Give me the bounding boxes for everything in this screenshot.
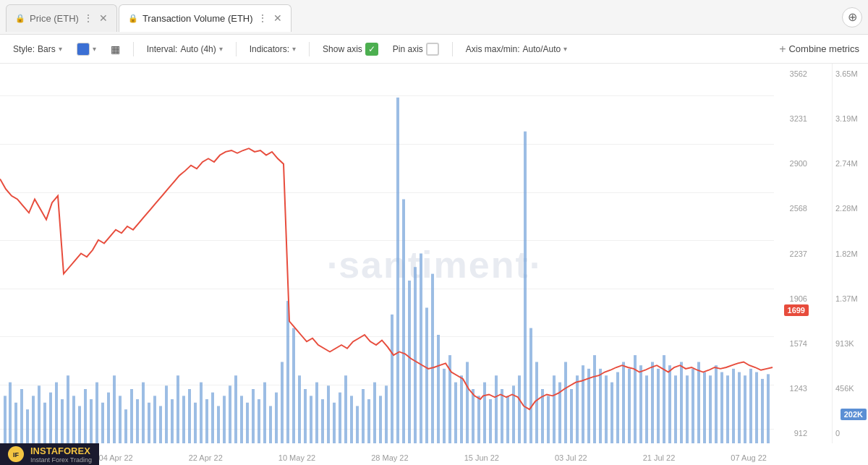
svg-rect-51	[292, 328, 295, 443]
axis-maxmin-label: Axis max/min:	[466, 44, 520, 54]
y-right-913k: 913K	[835, 339, 854, 348]
svg-rect-80	[460, 375, 463, 443]
svg-rect-103	[593, 355, 596, 443]
svg-rect-107	[616, 372, 619, 443]
svg-rect-56	[321, 399, 324, 443]
svg-rect-26	[148, 403, 150, 443]
svg-rect-60	[344, 375, 347, 443]
svg-rect-28	[159, 406, 162, 443]
svg-rect-114	[657, 369, 660, 443]
instaforex-name: instaforex	[30, 445, 92, 456]
y-right-137m: 1.37M	[835, 294, 858, 303]
svg-rect-74	[425, 308, 428, 444]
axis-maxmin-chevron: ▾	[563, 45, 567, 53]
svg-rect-95	[547, 396, 550, 443]
tab-bar: 🔒 Price (ETH) ⋮ ✕ 🔒 Transaction Volume (…	[0, 0, 868, 35]
svg-rect-45	[258, 399, 260, 443]
tab-price-eth[interactable]: 🔒 Price (ETH) ⋮ ✕	[6, 4, 117, 32]
y-left-2237: 2237	[790, 249, 807, 258]
separator-2	[236, 42, 237, 56]
interval-value: Auto (4h)	[180, 44, 216, 54]
svg-rect-124	[715, 365, 718, 443]
x-label-6: 03 Jul 22	[555, 453, 587, 462]
y-right-274m: 2.74M	[835, 159, 858, 168]
svg-rect-39	[223, 396, 226, 443]
svg-rect-3	[14, 403, 17, 443]
svg-rect-125	[720, 372, 723, 443]
svg-rect-62	[356, 406, 359, 443]
tab-txvol-eth[interactable]: 🔒 Transaction Volume (ETH) ⋮ ✕	[119, 4, 292, 32]
svg-rect-23	[130, 389, 133, 443]
show-axis-toggle[interactable]: Show axis ✓	[318, 40, 383, 58]
svg-rect-48	[275, 393, 278, 443]
svg-rect-91	[524, 132, 527, 443]
svg-rect-130	[749, 369, 752, 443]
svg-rect-15	[84, 389, 87, 443]
color-swatch[interactable]	[77, 43, 90, 56]
svg-rect-13	[72, 396, 75, 443]
svg-rect-73	[420, 254, 422, 444]
svg-rect-55	[315, 383, 318, 443]
svg-rect-42	[240, 396, 243, 443]
svg-rect-47	[269, 406, 272, 443]
x-axis: 17 Mar 22 04 Apr 22 22 Apr 22 10 May 22 …	[0, 453, 774, 462]
combine-metrics-button[interactable]: + Combine metrics	[779, 43, 859, 56]
axis-maxmin-value: Auto/Auto	[523, 44, 561, 54]
svg-rect-93	[535, 362, 538, 444]
x-label-7: 21 Jul 22	[643, 453, 676, 462]
color-chevron: ▾	[93, 45, 96, 53]
svg-rect-87	[501, 389, 503, 443]
svg-rect-16	[90, 399, 93, 443]
pin-axis-checkbox[interactable]	[426, 43, 439, 56]
y-left-3562: 3562	[790, 69, 807, 78]
instaforex-tagline: Instant Forex Trading	[30, 456, 92, 464]
volume-current-badge: 202K	[841, 409, 867, 420]
svg-rect-11	[61, 399, 64, 443]
pin-axis-toggle[interactable]: Pin axis	[388, 40, 443, 58]
interval-selector[interactable]: Interval: Auto (4h) ▾	[142, 42, 227, 56]
x-label-8: 07 Aug 22	[731, 453, 767, 462]
svg-rect-133	[767, 374, 770, 443]
svg-rect-6	[32, 396, 35, 443]
tab-txvol-close[interactable]: ✕	[273, 12, 282, 24]
y-axis-left: 3562 3231 2900 2568 2237 1906 1574 1243 …	[774, 64, 810, 443]
svg-rect-2	[9, 383, 12, 443]
y-right-0: 0	[835, 429, 840, 438]
toolbar: Style: Bars ▾ ▾ ▦ Interval: Auto (4h) ▾ …	[0, 35, 868, 64]
style-selector[interactable]: Style: Bars ▾	[9, 42, 67, 56]
svg-rect-14	[78, 406, 81, 443]
svg-rect-108	[622, 362, 625, 444]
color-picker[interactable]: ▾	[72, 40, 101, 58]
indicators-selector[interactable]: Indicators: ▾	[245, 42, 300, 56]
axis-maxmin-selector[interactable]: Axis max/min: Auto/Auto ▾	[461, 42, 571, 56]
svg-rect-65	[373, 383, 376, 443]
svg-rect-120	[692, 369, 694, 443]
tab-price-close[interactable]: ✕	[99, 12, 108, 24]
chart-type-icon[interactable]: ▦	[106, 41, 124, 57]
svg-rect-68	[391, 315, 393, 443]
svg-rect-44	[252, 389, 255, 443]
show-axis-checkbox[interactable]: ✓	[365, 43, 378, 56]
lock-icon-txvol: 🔒	[128, 14, 138, 23]
svg-rect-22	[124, 409, 127, 443]
y-right-228m: 2.28M	[835, 204, 858, 213]
svg-rect-83	[477, 396, 480, 443]
x-label-2: 22 Apr 22	[189, 453, 223, 462]
svg-rect-105	[605, 375, 608, 443]
y-left-3231: 3231	[790, 114, 807, 123]
svg-rect-96	[553, 375, 556, 443]
svg-rect-71	[408, 281, 411, 443]
separator-3	[309, 42, 310, 56]
instaforex-logo-icon: IF	[7, 445, 25, 463]
svg-rect-1	[4, 396, 7, 443]
lock-icon-price: 🔒	[15, 14, 25, 23]
expand-button[interactable]: ⊕	[842, 7, 862, 27]
svg-rect-52	[298, 375, 301, 443]
indicators-label: Indicators:	[250, 44, 289, 54]
svg-rect-4	[20, 389, 23, 443]
tab-txvol-menu[interactable]: ⋮	[258, 12, 268, 24]
svg-rect-9	[49, 393, 52, 443]
svg-rect-61	[350, 396, 353, 443]
tab-price-menu[interactable]: ⋮	[83, 12, 93, 24]
svg-rect-29	[165, 385, 168, 443]
